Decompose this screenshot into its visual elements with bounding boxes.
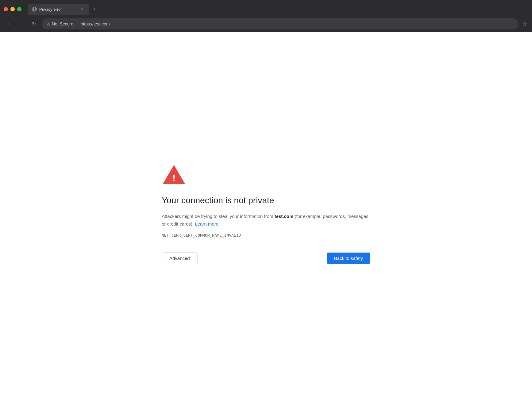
advanced-button[interactable]: Advanced — [162, 252, 198, 264]
not-secure-text: Not Secure — [52, 21, 73, 26]
forward-button[interactable]: → — [17, 20, 26, 28]
not-secure-indicator: ⚠ Not Secure — [47, 21, 73, 26]
warning-triangle-icon: ! — [162, 164, 186, 185]
url-bar[interactable]: ⚠ Not Secure | https://test.com — [42, 18, 519, 29]
window-controls — [4, 7, 21, 11]
error-code: NET::ERR_CERT_COMMON_NAME_INVALID — [162, 233, 241, 238]
maximize-window-button[interactable] — [17, 7, 21, 11]
back-button[interactable]: ← — [5, 20, 13, 28]
svg-text:!: ! — [172, 173, 175, 183]
tab-title: Privacy error — [39, 7, 77, 12]
error-domain: test.com — [275, 214, 294, 219]
tab-bar: Privacy error × + — [0, 0, 532, 16]
reload-button[interactable]: ↻ — [29, 20, 38, 28]
tab-close-button[interactable]: × — [80, 7, 85, 12]
warning-small-icon: ⚠ — [47, 22, 50, 26]
new-tab-button[interactable]: + — [90, 5, 98, 14]
learn-more-link[interactable]: Learn more — [195, 221, 218, 227]
browser-chrome: Privacy error × + ← → ↻ ⚠ Not Secure | h… — [0, 0, 532, 32]
error-container: ! Your connection is not private Attacke… — [162, 164, 370, 264]
error-title: Your connection is not private — [162, 195, 274, 206]
tab-favicon-icon — [32, 7, 37, 12]
url-display: https://test.com — [81, 21, 110, 26]
close-window-button[interactable] — [4, 7, 8, 11]
address-bar: ← → ↻ ⚠ Not Secure | https://test.com ☆ — [0, 16, 532, 32]
browser-tab[interactable]: Privacy error × — [28, 4, 89, 15]
description-prefix: Attackers might be trying to steal your … — [162, 214, 275, 219]
url-divider: | — [76, 21, 78, 26]
error-description: Attackers might be trying to steal your … — [162, 212, 370, 228]
back-to-safety-button[interactable]: Back to safety — [327, 253, 370, 264]
error-page: ! Your connection is not private Attacke… — [0, 32, 532, 396]
button-row: Advanced Back to safety — [162, 252, 370, 264]
minimize-window-button[interactable] — [10, 7, 15, 11]
bookmark-button[interactable]: ☆ — [522, 21, 527, 27]
